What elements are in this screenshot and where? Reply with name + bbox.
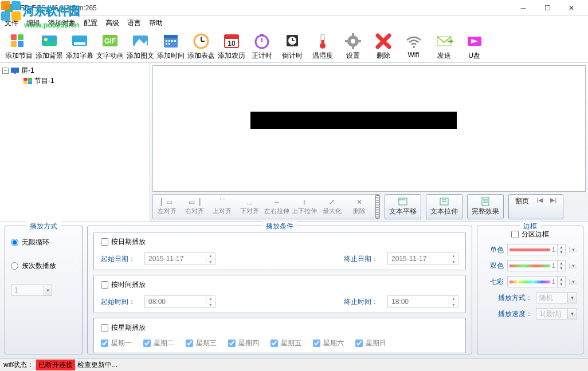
- tool-settings[interactable]: 设置: [338, 31, 368, 62]
- tool-add-subtitle[interactable]: 添加字幕: [64, 31, 95, 62]
- led-region[interactable]: [250, 112, 457, 129]
- play-count-spinner[interactable]: 1 ▼: [11, 285, 52, 296]
- chk-byweek[interactable]: 按星期播放: [101, 323, 458, 333]
- tool-add-image[interactable]: 添加图文: [125, 31, 155, 62]
- label-enddate: 终止日期：: [344, 254, 382, 264]
- svg-rect-17: [166, 43, 167, 45]
- label-speed: 播放速度：: [496, 309, 532, 319]
- chk-sun[interactable]: 星期日: [355, 338, 386, 348]
- border-mode-combo[interactable]: 随机▼: [536, 292, 577, 303]
- tree-node-program[interactable]: − 节目-1: [2, 76, 147, 86]
- svg-text:10: 10: [228, 40, 236, 48]
- align-right[interactable]: ▭▕右对齐: [181, 195, 208, 219]
- label-dual: 双色: [484, 261, 504, 271]
- wifi-status-badge: 已断开连接: [36, 360, 75, 370]
- align-bottom[interactable]: ⎵下对齐: [236, 195, 263, 219]
- start-date-input[interactable]: 2015-11-17▲▼: [144, 252, 215, 265]
- border-panel: 边框 分区边框 单色 1▲▼ ▼ 双色 1▲▼ ▼ 七彩 1▲▼ ▼ 播放方式：…: [477, 226, 583, 354]
- chk-sat[interactable]: 星期六: [313, 338, 344, 348]
- chk-bytime[interactable]: 按时间播放: [101, 280, 458, 290]
- radio-loop[interactable]: 无限循环: [11, 238, 76, 247]
- start-time-input[interactable]: 08:00▲▼: [144, 295, 215, 308]
- maximize-button[interactable]: ☐: [535, 1, 559, 15]
- program-icon: [23, 77, 33, 85]
- svg-rect-49: [399, 198, 407, 205]
- tool-send[interactable]: 发送: [429, 31, 459, 62]
- end-time-input[interactable]: 18:00▲▼: [387, 295, 458, 308]
- tool-add-time[interactable]: 添加时间: [155, 31, 186, 62]
- preview-canvas[interactable]: [152, 65, 586, 192]
- tool-countdown[interactable]: 倒计时: [277, 31, 307, 62]
- single-color-picker[interactable]: 1▲▼: [507, 244, 566, 255]
- border-speed-combo[interactable]: 1(最快)▼: [536, 308, 577, 319]
- svg-rect-54: [482, 198, 489, 206]
- label-rainbow: 七彩: [484, 277, 504, 287]
- menu-advanced[interactable]: 高级: [105, 18, 119, 28]
- project-tree[interactable]: − 屏-1 − 节目-1: [0, 63, 150, 222]
- stretch-vertical[interactable]: ↕上下拉伸: [291, 195, 318, 219]
- svg-rect-45: [23, 78, 28, 81]
- chk-bydate[interactable]: 按日期播放: [101, 237, 458, 247]
- tool-text-animation[interactable]: GIF文字动画: [95, 31, 125, 62]
- menubar: 文件 编辑 添加对象 配置 高级 语言 帮助: [0, 16, 588, 30]
- tool-add-dial[interactable]: 添加表盘: [186, 31, 216, 62]
- tool-udisk[interactable]: U盘: [459, 31, 489, 62]
- svg-rect-16: [174, 40, 176, 42]
- svg-rect-23: [225, 35, 238, 39]
- page-next[interactable]: ▶|: [550, 196, 556, 204]
- page-prev[interactable]: |◀: [536, 196, 543, 204]
- tool-add-lunar[interactable]: 10添加农历: [216, 31, 246, 62]
- full-effect-button[interactable]: 完整效果: [468, 195, 503, 218]
- svg-rect-7: [74, 42, 85, 45]
- chevron-down-icon[interactable]: ▼: [569, 247, 577, 252]
- tool-add-program[interactable]: 添加节目: [3, 31, 34, 62]
- titlebar: LED-ECS_V6.1.3 Svn:265 ─ ☐ ✕: [0, 0, 588, 16]
- menu-language[interactable]: 语言: [127, 18, 141, 28]
- tree-node-screen[interactable]: − 屏-1: [2, 65, 147, 76]
- chk-fri[interactable]: 星期五: [271, 338, 301, 348]
- text-shift-button[interactable]: 文本平移: [386, 195, 420, 218]
- playmode-panel: 播放方式 无限循环 按次数播放 1 ▼: [5, 226, 83, 354]
- tool-wifi[interactable]: Wifi: [398, 31, 429, 62]
- playcond-panel: 播放条件 按日期播放 起始日期： 2015-11-17▲▼ 终止日期： 2015…: [87, 226, 472, 354]
- svg-text:GIF: GIF: [104, 37, 116, 45]
- chevron-down-icon[interactable]: ▼: [44, 285, 52, 295]
- chevron-down-icon[interactable]: ▼: [569, 263, 577, 269]
- tool-add-background[interactable]: 添加背景: [34, 31, 64, 62]
- menu-help[interactable]: 帮助: [149, 18, 163, 28]
- rainbow-color-picker[interactable]: 1▲▼: [507, 276, 566, 287]
- maximize[interactable]: ⤢最大化: [318, 195, 346, 219]
- radio-count[interactable]: 按次数播放: [11, 261, 76, 271]
- dual-color-picker[interactable]: 1▲▼: [507, 260, 566, 271]
- tool-delete[interactable]: 删除: [368, 31, 398, 62]
- tool-temperature[interactable]: 温湿度: [307, 31, 338, 62]
- svg-rect-18: [168, 43, 170, 45]
- chk-wed[interactable]: 星期三: [186, 338, 217, 348]
- align-left[interactable]: ▏▭左对齐: [153, 195, 181, 219]
- svg-point-41: [413, 46, 415, 48]
- delete-region[interactable]: ✕删除: [346, 195, 373, 219]
- chk-tue[interactable]: 星期二: [143, 338, 174, 348]
- align-top[interactable]: ⎴上对齐: [208, 195, 236, 219]
- chk-thu[interactable]: 星期四: [228, 338, 259, 348]
- page-label: 翻页: [515, 196, 529, 206]
- drag-handle[interactable]: [375, 195, 379, 219]
- svg-rect-0: [11, 34, 17, 40]
- chevron-down-icon[interactable]: ▼: [569, 279, 577, 285]
- text-stretch-button[interactable]: 文本拉伸: [427, 195, 461, 218]
- chk-mon[interactable]: 星期一: [101, 338, 132, 348]
- end-date-input[interactable]: 2015-11-17▲▼: [387, 252, 458, 265]
- tree-label: 屏-1: [21, 66, 34, 76]
- menu-edit[interactable]: 编辑: [26, 18, 40, 28]
- expand-icon[interactable]: −: [2, 68, 9, 74]
- minimize-button[interactable]: ─: [511, 1, 535, 15]
- svg-point-36: [351, 39, 355, 44]
- close-button[interactable]: ✕: [559, 1, 583, 15]
- tool-countup[interactable]: 正计时: [246, 31, 277, 62]
- menu-config[interactable]: 配置: [84, 18, 97, 28]
- svg-rect-43: [11, 68, 19, 73]
- menu-addobj[interactable]: 添加对象: [48, 18, 76, 28]
- stretch-horizontal[interactable]: ↔左右拉伸: [263, 195, 291, 219]
- page-group: 翻页 |◀ ▶|: [508, 194, 563, 219]
- menu-file[interactable]: 文件: [5, 18, 18, 28]
